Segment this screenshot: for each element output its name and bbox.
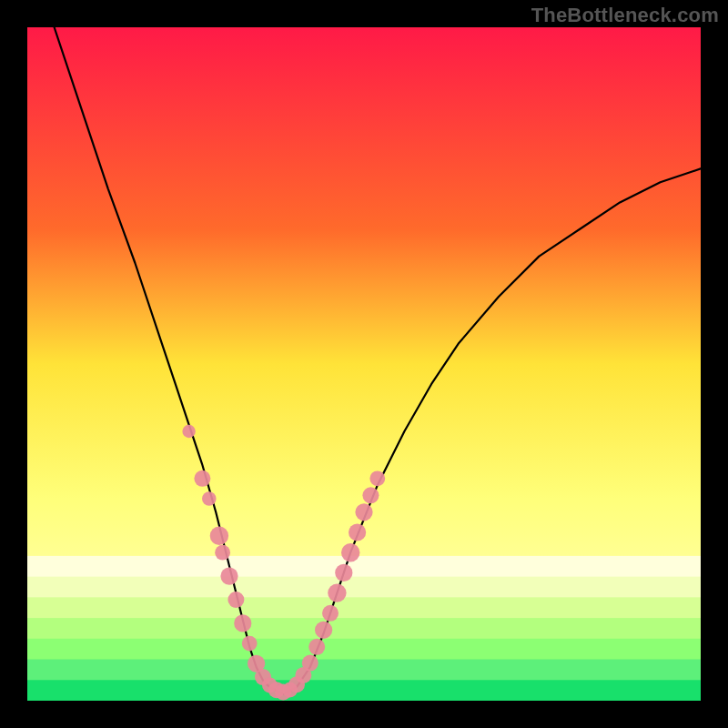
curve-marker [302, 655, 318, 672]
watermark-text: TheBottleneck.com [531, 4, 719, 27]
curve-marker [215, 545, 230, 561]
curve-marker [228, 592, 244, 608]
curve-marker [335, 564, 352, 581]
curve-marker [202, 491, 217, 506]
curve-marker [341, 543, 359, 561]
svg-rect-1 [27, 556, 701, 578]
curve-marker [210, 527, 228, 545]
curve-marker [328, 583, 346, 602]
curve-marker [315, 622, 332, 639]
svg-rect-2 [27, 577, 701, 599]
curve-marker [355, 503, 372, 521]
svg-rect-4 [27, 618, 701, 640]
curve-marker [362, 487, 379, 503]
curve-marker [308, 639, 325, 655]
curve-marker [322, 605, 339, 622]
curve-marker [369, 470, 385, 486]
curve-marker [242, 636, 258, 652]
curve-marker [194, 470, 210, 487]
outer-frame: TheBottleneck.com [0, 0, 728, 728]
curve-marker [349, 523, 366, 541]
svg-rect-6 [27, 660, 701, 682]
bottleneck-chart [27, 27, 701, 701]
svg-rect-5 [27, 639, 701, 661]
curve-marker [220, 568, 238, 585]
chart-area [27, 27, 701, 701]
curve-marker [182, 425, 195, 438]
curve-marker [234, 614, 251, 632]
svg-rect-3 [27, 597, 701, 619]
svg-rect-7 [27, 680, 701, 701]
